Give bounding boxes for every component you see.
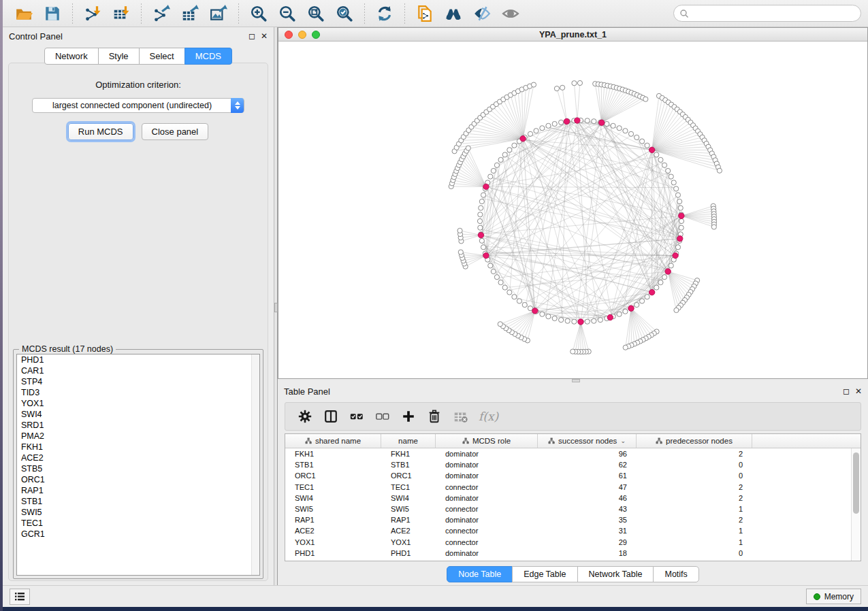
graph-node[interactable] (502, 285, 507, 290)
graph-node[interactable] (679, 218, 684, 223)
graph-mcds-hub-node[interactable] (578, 319, 583, 325)
export-image-button[interactable] (207, 3, 230, 24)
table-row[interactable]: YOX1YOX1connector291 (285, 537, 851, 548)
graph-node[interactable] (479, 199, 484, 204)
tab-select[interactable]: Select (139, 48, 185, 65)
graph-node[interactable] (494, 275, 499, 280)
table-row[interactable]: SWI4SWI4dominator462 (285, 493, 851, 503)
mcds-result-list[interactable]: PHD1CAR1STP4TID3YOX1SWI4SRD1PMA2FKH1ACE2… (16, 354, 260, 576)
graph-node[interactable] (671, 180, 676, 185)
column-header-MCDS-role[interactable]: MCDS role (436, 434, 538, 448)
float-panel-icon[interactable]: ◻ (248, 32, 255, 40)
save-session-button[interactable] (41, 3, 64, 24)
mcds-result-node[interactable]: TID3 (17, 387, 259, 398)
graph-node[interactable] (502, 152, 507, 157)
graph-node[interactable] (598, 318, 602, 323)
graph-node[interactable] (559, 318, 564, 323)
graph-node[interactable] (617, 312, 622, 316)
graph-mcds-hub-node[interactable] (628, 306, 634, 311)
graph-node[interactable] (623, 129, 628, 133)
graph-leaf-node[interactable] (554, 86, 559, 91)
graph-mcds-hub-node[interactable] (679, 213, 684, 218)
graph-node[interactable] (477, 218, 482, 223)
import-network-button[interactable] (81, 3, 104, 24)
table-row[interactable]: SWI5SWI5connector431 (285, 503, 851, 514)
graph-node[interactable] (592, 119, 596, 124)
graph-node[interactable] (623, 309, 628, 314)
table-row[interactable]: FKH1FKH1dominator962 (285, 448, 851, 459)
mcds-result-node[interactable]: ACE2 (17, 452, 259, 463)
network-graph-canvas[interactable] (278, 42, 867, 378)
graph-node[interactable] (662, 163, 666, 167)
mcds-result-node[interactable]: GCR1 (17, 529, 259, 540)
mcds-result-node[interactable]: SWI5 (17, 507, 259, 518)
graph-mcds-hub-node[interactable] (649, 147, 654, 152)
open-file-button[interactable] (12, 3, 35, 24)
mcds-result-node[interactable]: ORC1 (17, 474, 259, 485)
graph-node[interactable] (565, 318, 570, 323)
table-scrollbar-thumb[interactable] (853, 452, 859, 514)
task-history-button[interactable] (10, 589, 30, 605)
gear-button[interactable] (292, 405, 318, 428)
graph-node[interactable] (592, 318, 596, 323)
graph-leaf-node[interactable] (560, 85, 565, 90)
graph-node[interactable] (572, 319, 577, 324)
graph-node[interactable] (481, 245, 485, 250)
graph-node[interactable] (559, 120, 564, 125)
graph-node[interactable] (478, 225, 483, 230)
graph-node[interactable] (605, 121, 609, 126)
graph-node[interactable] (675, 245, 680, 250)
deselect-all-button[interactable] (370, 405, 396, 428)
graph-leaf-node[interactable] (674, 308, 679, 312)
graph-node[interactable] (611, 123, 615, 128)
mcds-result-node[interactable]: STB5 (17, 463, 259, 474)
mcds-result-node[interactable]: SWI4 (17, 409, 259, 420)
graph-node[interactable] (522, 302, 527, 307)
graph-node[interactable] (674, 186, 679, 191)
graph-node[interactable] (498, 157, 503, 162)
hide-selected-button[interactable] (470, 3, 494, 24)
table-row[interactable]: PHD1PHD1dominator180 (285, 548, 851, 559)
graph-node[interactable] (552, 316, 557, 320)
graph-node[interactable] (662, 275, 666, 280)
graph-leaf-node[interactable] (531, 82, 536, 87)
mcds-result-node[interactable]: TEC1 (17, 518, 259, 529)
graph-leaf-node[interactable] (457, 228, 462, 233)
graph-node[interactable] (491, 269, 496, 274)
tab-network[interactable]: Network (44, 48, 99, 65)
table-row[interactable]: ACE2ACE2connector311 (285, 525, 851, 536)
graph-node[interactable] (679, 225, 684, 230)
show-all-button[interactable] (499, 3, 522, 24)
mcds-result-node[interactable]: STB1 (17, 496, 259, 507)
graph-mcds-hub-node[interactable] (483, 252, 489, 258)
graph-node[interactable] (654, 152, 659, 157)
graph-node[interactable] (634, 302, 639, 307)
graph-mcds-hub-node[interactable] (665, 269, 671, 274)
refresh-button[interactable] (373, 3, 396, 24)
graph-node[interactable] (669, 263, 673, 268)
graph-leaf-node[interactable] (466, 146, 470, 150)
run-mcds-button[interactable]: Run MCDS (68, 123, 133, 140)
tab-style[interactable]: Style (98, 48, 140, 65)
graph-node[interactable] (507, 148, 512, 152)
graph-node[interactable] (658, 280, 663, 284)
network-titlebar[interactable]: YPA_prune.txt_1 (278, 28, 867, 42)
tab-network-table[interactable]: Network Table (577, 566, 654, 582)
graph-node[interactable] (540, 312, 545, 316)
zoom-selected-button[interactable] (333, 3, 356, 24)
table-row[interactable]: STB1STB1dominator620 (285, 459, 851, 470)
tab-motifs[interactable]: Motifs (653, 566, 698, 582)
import-table-button[interactable] (110, 3, 133, 24)
columns-button[interactable] (318, 405, 344, 428)
function-builder-button[interactable]: f(x) (479, 410, 498, 423)
graph-leaf-node[interactable] (717, 168, 722, 173)
graph-node[interactable] (675, 193, 680, 197)
graph-mcds-hub-node[interactable] (607, 314, 613, 320)
zoom-fit-button[interactable] (304, 3, 327, 24)
mcds-result-node[interactable]: RAP1 (17, 485, 259, 496)
graph-node[interactable] (512, 295, 517, 299)
graph-node[interactable] (645, 295, 649, 299)
table-row[interactable]: RAP1RAP1dominator352 (285, 514, 851, 525)
graph-node[interactable] (517, 299, 521, 303)
tab-mcds[interactable]: MCDS (184, 48, 232, 65)
